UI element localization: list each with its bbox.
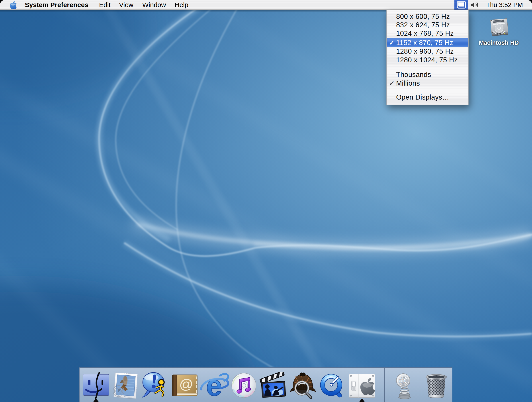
svg-text:@: @ [179,376,193,392]
